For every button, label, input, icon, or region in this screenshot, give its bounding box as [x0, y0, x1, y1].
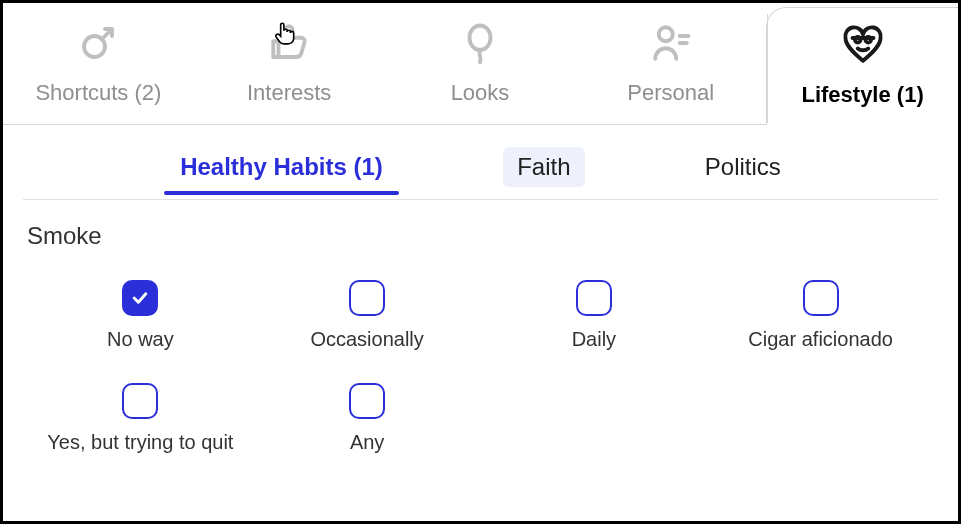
checkbox-icon: [803, 280, 839, 316]
option-occasionally[interactable]: Occasionally: [254, 268, 481, 371]
section-title: Smoke: [27, 222, 934, 250]
section-smoke: Smoke No way Occasionally Daily Cigar af…: [3, 200, 958, 474]
heart-face-icon: [842, 24, 884, 72]
option-daily[interactable]: Daily: [481, 268, 708, 371]
checkbox-icon: [349, 280, 385, 316]
sub-tab-label: Politics: [705, 153, 781, 180]
checkbox-icon: [122, 280, 158, 316]
tab-label: Looks: [451, 80, 510, 106]
svg-point-2: [659, 27, 673, 41]
checkbox-icon: [576, 280, 612, 316]
option-no-way[interactable]: No way: [27, 268, 254, 371]
sub-tab-politics[interactable]: Politics: [691, 147, 795, 187]
option-label: No way: [107, 328, 174, 351]
tab-shortcuts[interactable]: Shortcuts (2): [3, 3, 194, 124]
sub-tab-faith[interactable]: Faith: [503, 147, 584, 187]
checkbox-icon: [349, 383, 385, 419]
balloon-icon: [459, 22, 501, 70]
sub-tabs: Healthy Habits (1) Faith Politics: [23, 125, 938, 200]
tab-label: Shortcuts (2): [35, 80, 161, 106]
tab-looks[interactable]: Looks: [385, 3, 576, 124]
option-any[interactable]: Any: [254, 371, 481, 474]
option-label: Occasionally: [310, 328, 423, 351]
tab-interests[interactable]: Interests: [194, 3, 385, 124]
option-label: Cigar aficionado: [748, 328, 893, 351]
ring-arrow-icon: [77, 22, 119, 70]
option-cigar-aficionado[interactable]: Cigar aficionado: [707, 268, 934, 371]
tab-personal[interactable]: Personal: [575, 3, 766, 124]
tab-label: Interests: [247, 80, 331, 106]
sub-tab-label: Healthy Habits (1): [180, 153, 383, 180]
tab-lifestyle[interactable]: Lifestyle (1): [766, 7, 958, 124]
option-trying-to-quit[interactable]: Yes, but trying to quit: [27, 371, 254, 474]
top-tabs: Shortcuts (2) Interests Looks: [3, 3, 958, 125]
option-label: Any: [350, 431, 384, 454]
sub-tab-label: Faith: [517, 153, 570, 180]
tab-label: Lifestyle (1): [801, 82, 923, 108]
checkbox-icon: [122, 383, 158, 419]
person-lines-icon: [650, 22, 692, 70]
option-label: Daily: [572, 328, 616, 351]
tab-label: Personal: [627, 80, 714, 106]
option-label: Yes, but trying to quit: [47, 431, 233, 454]
svg-point-1: [469, 25, 490, 50]
thumbs-up-icon: [268, 22, 310, 70]
sub-tab-healthy-habits[interactable]: Healthy Habits (1): [166, 147, 397, 187]
options-grid: No way Occasionally Daily Cigar aficiona…: [27, 268, 934, 474]
